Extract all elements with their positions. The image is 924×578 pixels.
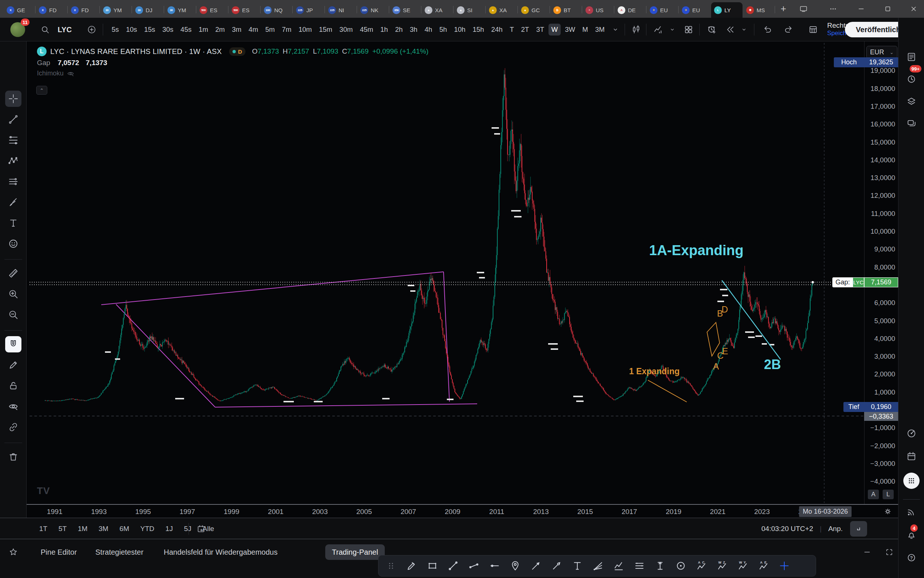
- panel-maximize-icon[interactable]: [883, 539, 896, 565]
- browser-tab-es-6[interactable]: 500ES: [197, 2, 228, 18]
- lock-open-tool[interactable]: [5, 378, 21, 394]
- browser-tab-ym-3[interactable]: 30YM: [100, 2, 131, 18]
- hray-icon[interactable]: [485, 558, 503, 574]
- browser-tab-us-18[interactable]: ◓US: [583, 2, 614, 18]
- fan-icon[interactable]: [589, 558, 607, 574]
- interval-3t[interactable]: 3T: [533, 24, 547, 36]
- search-icon[interactable]: [39, 18, 52, 41]
- browser-tab-xa-15[interactable]: ▲XA: [486, 2, 518, 18]
- browser-tab-se-12[interactable]: 356SE: [390, 2, 421, 18]
- range-ytd[interactable]: YTD: [137, 523, 158, 535]
- pattern-wy-icon[interactable]: WY: [734, 558, 752, 574]
- favorites-star-icon[interactable]: [6, 539, 21, 565]
- draw-mode-tool[interactable]: [5, 357, 21, 373]
- help-icon[interactable]: ?: [905, 551, 918, 564]
- browser-tab-fd-2[interactable]: XFD: [68, 2, 99, 18]
- eye-off-tool[interactable]: [5, 398, 21, 414]
- interval-1h[interactable]: 1h: [377, 24, 391, 36]
- interval-30s[interactable]: 30s: [159, 24, 176, 36]
- streams-icon[interactable]: [905, 505, 918, 518]
- interval-30m[interactable]: 30m: [337, 24, 356, 36]
- chart-title[interactable]: LYC · LYNAS RARE EARTHS LIMITED · 1W · A…: [50, 47, 222, 56]
- ichimoku-indicator-row[interactable]: Ichimoku: [37, 70, 428, 77]
- range-1j[interactable]: 1J: [162, 523, 177, 535]
- range-5t[interactable]: 5T: [55, 523, 70, 535]
- interval-4h[interactable]: 4h: [422, 24, 435, 36]
- interval-45s[interactable]: 45s: [177, 24, 194, 36]
- layout-grid-icon[interactable]: [681, 18, 696, 41]
- gap-indicator-row[interactable]: Gap 7,0572 7,1373: [37, 59, 428, 67]
- symbol-search[interactable]: LYC: [52, 18, 78, 41]
- cast-icon[interactable]: [798, 4, 809, 14]
- trading-panel-icon[interactable]: [805, 18, 821, 41]
- browser-tab-fd-1[interactable]: XFD: [36, 2, 67, 18]
- browser-tab-si-14[interactable]: ▲SI: [454, 2, 485, 18]
- interval-3m[interactable]: 3m: [229, 24, 245, 36]
- pin-icon[interactable]: [507, 558, 524, 574]
- zoom-out-tool[interactable]: [5, 307, 21, 323]
- browser-tab-ge-0[interactable]: XGE: [4, 2, 35, 18]
- panel-tab-2[interactable]: Handelsfeld für Wiedergabemodus: [157, 544, 284, 560]
- interval-4m[interactable]: 4m: [246, 24, 261, 36]
- interval-chevron-icon[interactable]: [609, 18, 622, 41]
- brush-tool[interactable]: [5, 194, 21, 210]
- zigzag-levels-icon[interactable]: [610, 558, 628, 574]
- panel-tab-1[interactable]: Strategietester: [89, 544, 150, 560]
- interval-t[interactable]: T: [507, 24, 517, 36]
- arrow-icon[interactable]: [527, 558, 545, 574]
- interval-5h[interactable]: 5h: [437, 24, 450, 36]
- indicators-icon[interactable]: [651, 18, 666, 41]
- scale-l-button[interactable]: L: [883, 490, 894, 499]
- radar-icon[interactable]: [905, 427, 918, 440]
- range-3m[interactable]: 3M: [95, 523, 112, 535]
- interval-5m[interactable]: 5m: [262, 24, 278, 36]
- adjust-label[interactable]: Anp.: [828, 525, 843, 533]
- time-axis[interactable]: 1991199319951997199920012003200520072009…: [27, 504, 898, 518]
- pattern-ae-icon[interactable]: AE: [755, 558, 772, 574]
- maximize-pane-button[interactable]: [850, 521, 867, 537]
- alert-add-icon[interactable]: [704, 18, 720, 41]
- calendar-icon[interactable]: [905, 450, 918, 463]
- undo-icon[interactable]: [760, 18, 775, 41]
- clock[interactable]: 04:03:20 UTC+2: [761, 525, 813, 533]
- interval-3m[interactable]: 3M: [592, 24, 608, 36]
- crosshair-tool[interactable]: [5, 91, 21, 107]
- panel-minimize-icon[interactable]: [861, 539, 874, 565]
- browser-tab-ym-5[interactable]: 30YM: [165, 2, 196, 18]
- browser-tab-jp-9[interactable]: 225JP: [293, 2, 325, 18]
- alerts-clock-icon[interactable]: [905, 73, 918, 86]
- browser-tab-gc-16[interactable]: ▲GC: [518, 2, 550, 18]
- magnet-tool[interactable]: [5, 336, 21, 352]
- interval-5s[interactable]: 5s: [108, 24, 122, 36]
- chart-plot[interactable]: 1A-Expanding2B1 ExpandingBDCEA: [27, 41, 864, 504]
- win-close-icon[interactable]: [908, 4, 919, 14]
- interval-15h[interactable]: 15h: [470, 24, 487, 36]
- scale-a-button[interactable]: A: [868, 490, 879, 499]
- link-tool[interactable]: [5, 419, 21, 435]
- line2-icon[interactable]: [465, 558, 483, 574]
- browser-tab-eu-21[interactable]: ✦EU: [679, 2, 710, 18]
- range-6m[interactable]: 6M: [116, 523, 133, 535]
- browser-tab-bt-17[interactable]: ₿BT: [550, 2, 582, 18]
- rect-select-icon[interactable]: [424, 558, 441, 574]
- interval-10s[interactable]: 10s: [123, 24, 140, 36]
- circle-marker-icon[interactable]: [672, 558, 690, 574]
- compare-add-icon[interactable]: [84, 18, 99, 41]
- trend2-icon[interactable]: [444, 558, 462, 574]
- browser-tab-xa-13[interactable]: ▲XA: [422, 2, 453, 18]
- eye-off-icon[interactable]: [67, 70, 74, 77]
- browser-tab-es-7[interactable]: 500ES: [229, 2, 260, 18]
- interval-w[interactable]: W: [549, 24, 561, 36]
- legend-collapse-button[interactable]: ⌃: [36, 86, 47, 95]
- interval-10m[interactable]: 10m: [296, 24, 315, 36]
- candle-style-icon[interactable]: [628, 18, 644, 41]
- axis-gear-icon[interactable]: [884, 507, 892, 516]
- interval-2t[interactable]: 2T: [518, 24, 532, 36]
- parallel-lines-icon[interactable]: [631, 558, 648, 574]
- interval-m[interactable]: M: [579, 24, 591, 36]
- arrow-dot-icon[interactable]: [548, 558, 565, 574]
- browser-tab-eu-20[interactable]: ✦EU: [647, 2, 678, 18]
- interval-1m[interactable]: 1m: [196, 24, 211, 36]
- panel-tab-0[interactable]: Pine Editor: [34, 544, 84, 560]
- win-min-icon[interactable]: [856, 4, 866, 14]
